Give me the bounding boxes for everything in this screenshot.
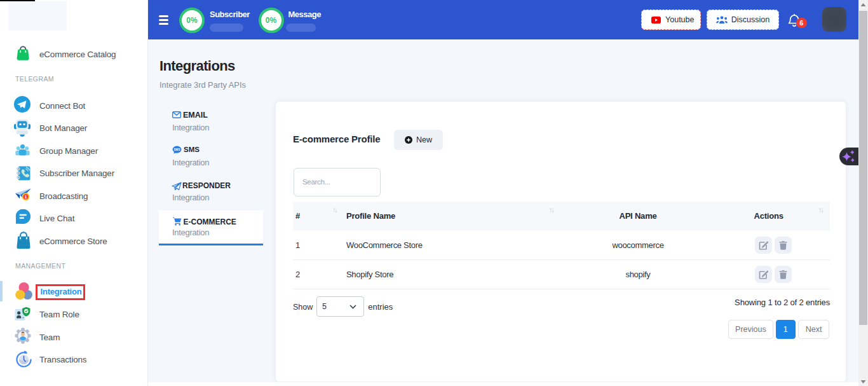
svg-text:1: 1: [25, 195, 27, 199]
svg-text:SMS: SMS: [174, 148, 180, 151]
